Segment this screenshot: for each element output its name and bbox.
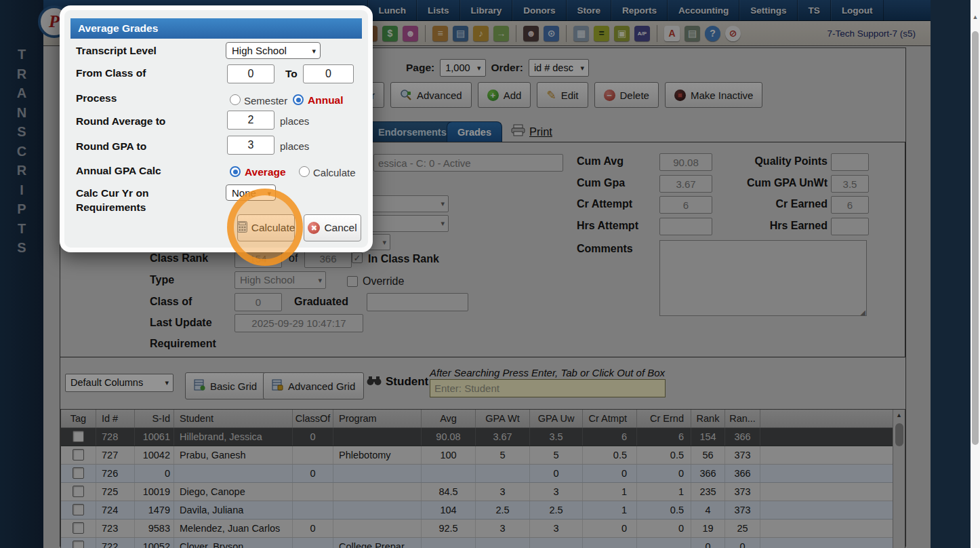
calculate-option-label[interactable]: Calculate [313,167,356,178]
from-class-input[interactable]: 0 [227,64,274,83]
transcript-level-label: Transcript Level [76,45,157,57]
round-gpa-label: Round GPA to [76,140,146,153]
round-average-label: Round Average to [76,115,165,128]
transcript-level-select[interactable]: High School▾ [226,42,321,59]
to-class-input[interactable]: 0 [303,64,354,83]
dialog-title: Average Grades [70,18,362,39]
highlight-circle-annotation [227,189,303,266]
scroll-up-icon[interactable]: ▲ [971,14,980,20]
average-option-label[interactable]: Average [245,166,286,178]
cancel-x-icon: ✖ [308,222,320,234]
chevron-down-icon: ▾ [312,43,316,59]
annual-gpa-calc-label: Annual GPA Calc [76,165,161,177]
to-label: To [285,68,298,80]
calculate-radio[interactable] [299,166,310,177]
browser-scrollbar[interactable]: ▲ [971,0,980,548]
round-average-input[interactable]: 2 [227,111,274,130]
places-label: places [280,140,309,152]
places-label: places [280,115,309,127]
round-gpa-input[interactable]: 3 [227,136,274,155]
annual-option-label[interactable]: Annual [308,94,344,106]
calc-cur-yr-label-line1: Calc Cur Yr on [76,187,148,199]
browser-scrollbar-thumb[interactable] [972,31,979,445]
process-label: Process [76,92,117,104]
from-class-of-label: From Class of [76,67,146,79]
semester-radio[interactable] [230,94,241,105]
cancel-button[interactable]: ✖ Cancel [304,214,361,241]
page: TRANSCRIPTS sLunchListsLibraryDonorsStor… [0,0,980,548]
semester-option-label[interactable]: Semester [244,95,287,106]
annual-radio[interactable] [293,94,304,105]
calc-cur-yr-label-line2: Requirements [76,201,146,214]
average-radio[interactable] [230,166,241,177]
average-grades-dialog: Average Grades Transcript Level High Sch… [60,5,373,252]
